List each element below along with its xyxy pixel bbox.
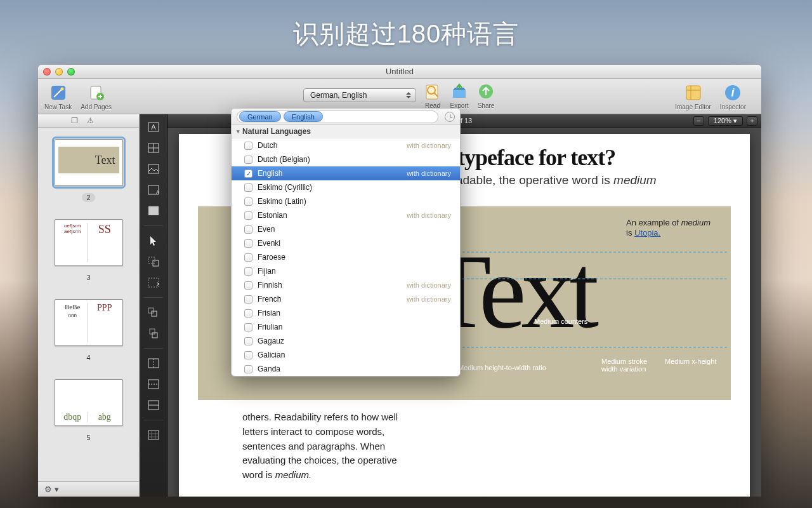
table-area-tool[interactable] [145, 140, 162, 156]
language-option[interactable]: Galician [232, 348, 460, 362]
read-button[interactable]: Read [422, 81, 443, 109]
with-dictionary-badge: with dictionary [407, 211, 451, 219]
image-editor-button[interactable]: Image Editor [675, 83, 711, 110]
language-option[interactable]: Fijian [232, 264, 460, 278]
language-option[interactable]: Dutch (Belgian) [232, 152, 460, 166]
language-pill[interactable]: English [284, 111, 323, 122]
language-option[interactable]: Estonianwith dictionary [232, 208, 460, 222]
checkbox-icon[interactable] [244, 142, 252, 150]
zoom-in-button[interactable]: + [747, 116, 757, 126]
add-part-tool[interactable] [145, 254, 162, 269]
language-label: Finnish [258, 281, 282, 290]
delete-tool[interactable] [145, 326, 162, 341]
hsplit-tool[interactable] [145, 377, 162, 392]
image-editor-icon [683, 83, 704, 103]
body-paragraph: others. Readability refers to how well l… [242, 410, 420, 483]
svg-rect-16 [148, 206, 159, 215]
language-option[interactable]: Ganda [232, 362, 460, 376]
language-option[interactable]: Friulian [232, 320, 460, 334]
thumbnail-page-3[interactable]: oef|srmaef|srmSS3 [53, 219, 124, 283]
language-label: Frisian [258, 309, 280, 318]
read-icon [422, 81, 443, 102]
language-label: Galician [258, 351, 285, 359]
zoom-out-button[interactable]: − [693, 116, 704, 126]
merge-tool[interactable] [145, 398, 162, 413]
utopia-link[interactable]: Utopia. [634, 228, 660, 237]
inspector-label: Inspector [720, 104, 746, 110]
checkbox-icon[interactable] [244, 267, 252, 276]
titlebar: Untitled [38, 65, 761, 79]
cut-part-tool[interactable]: ✕ [145, 275, 162, 290]
language-option[interactable]: Faroese [232, 250, 460, 264]
language-label: Dutch (Belgian) [258, 155, 310, 164]
vsplit-tool[interactable] [145, 356, 162, 371]
thumbnail-page-5[interactable]: dbqpabg5 [53, 379, 124, 443]
export-button[interactable]: Export [449, 81, 469, 109]
recent-icon[interactable] [445, 112, 455, 122]
text-area-tool[interactable]: A [145, 119, 162, 135]
new-task-button[interactable]: New Task [44, 83, 72, 110]
svg-rect-13 [148, 164, 159, 173]
zoom-value-dropdown[interactable]: 120% ▾ [708, 116, 743, 126]
checkbox-icon[interactable] [244, 281, 252, 290]
checkbox-icon[interactable] [244, 156, 252, 164]
language-option[interactable]: Finnishwith dictionary [232, 278, 460, 292]
thumbnail-page-2[interactable]: Text2 [53, 139, 124, 203]
eraser-tool[interactable] [145, 427, 162, 443]
background-area-tool[interactable]: A [145, 182, 162, 197]
language-option[interactable]: Dutchwith dictionary [232, 138, 460, 152]
order-tool[interactable] [145, 305, 162, 320]
warnings-tab-icon[interactable]: ⚠ [87, 116, 94, 125]
picture-area-tool[interactable] [145, 161, 162, 177]
info-icon: i [723, 83, 743, 103]
language-option[interactable]: Even [232, 222, 460, 236]
window-title: Untitled [38, 67, 761, 76]
language-option[interactable]: Evenki [232, 236, 460, 250]
language-group-header[interactable]: Natural Languages [232, 125, 460, 138]
recognition-area-tool[interactable] [145, 203, 162, 218]
checkbox-icon[interactable] [244, 197, 252, 206]
language-label: Friulian [258, 323, 282, 331]
with-dictionary-badge: with dictionary [407, 295, 451, 303]
language-option[interactable]: Gagauz [232, 334, 460, 348]
language-label: Even [258, 225, 275, 234]
gear-icon[interactable]: ⚙ ▾ [44, 485, 59, 494]
checkbox-icon[interactable] [244, 253, 252, 262]
wand-icon [48, 83, 69, 103]
thumbnail-list[interactable]: Text2oef|srmaef|srmSS3BeBeńńńPPP4dbqpabg… [38, 128, 139, 481]
add-page-icon [86, 83, 107, 103]
checkbox-icon[interactable] [244, 184, 252, 192]
add-pages-button[interactable]: Add Pages [81, 83, 112, 110]
language-list[interactable]: Dutchwith dictionaryDutch (Belgian)✓Engl… [232, 138, 460, 376]
with-dictionary-badge: with dictionary [407, 142, 451, 149]
checkbox-icon[interactable] [244, 323, 252, 331]
language-option[interactable]: Frenchwith dictionary [232, 292, 460, 306]
checkbox-icon[interactable] [244, 239, 252, 248]
checkbox-icon[interactable] [244, 365, 252, 373]
annot-counters: Medium counters [534, 318, 587, 325]
checkbox-icon[interactable] [244, 351, 252, 359]
selected-languages-field[interactable]: GermanEnglish [237, 110, 438, 123]
checkbox-icon[interactable] [244, 225, 252, 234]
inspector-button[interactable]: i Inspector [720, 83, 746, 110]
selection-tool[interactable] [145, 233, 162, 248]
language-option[interactable]: Eskimo (Latin) [232, 194, 460, 208]
language-label: Evenki [258, 239, 280, 248]
checkbox-icon[interactable] [244, 295, 252, 304]
languages-popover: GermanEnglish Natural Languages Dutchwit… [231, 108, 461, 377]
thumbnail-page-4[interactable]: BeBeńńńPPP4 [53, 299, 124, 363]
checkbox-icon[interactable] [244, 211, 252, 220]
checkbox-icon[interactable] [244, 337, 252, 345]
language-option[interactable]: Eskimo (Cyrillic) [232, 180, 460, 194]
language-option[interactable]: Frisian [232, 306, 460, 320]
checkbox-icon[interactable] [244, 309, 252, 318]
share-icon [476, 81, 496, 102]
svg-point-1 [60, 87, 63, 90]
checkbox-icon[interactable]: ✓ [244, 170, 252, 178]
svg-rect-25 [148, 359, 159, 368]
document-languages-dropdown[interactable]: German, English [303, 88, 416, 102]
thumbnails-tab-icon[interactable]: ❐ [71, 116, 78, 125]
share-button[interactable]: Share [476, 81, 496, 109]
language-option[interactable]: ✓Englishwith dictionary [232, 166, 460, 180]
language-pill[interactable]: German [239, 111, 281, 122]
